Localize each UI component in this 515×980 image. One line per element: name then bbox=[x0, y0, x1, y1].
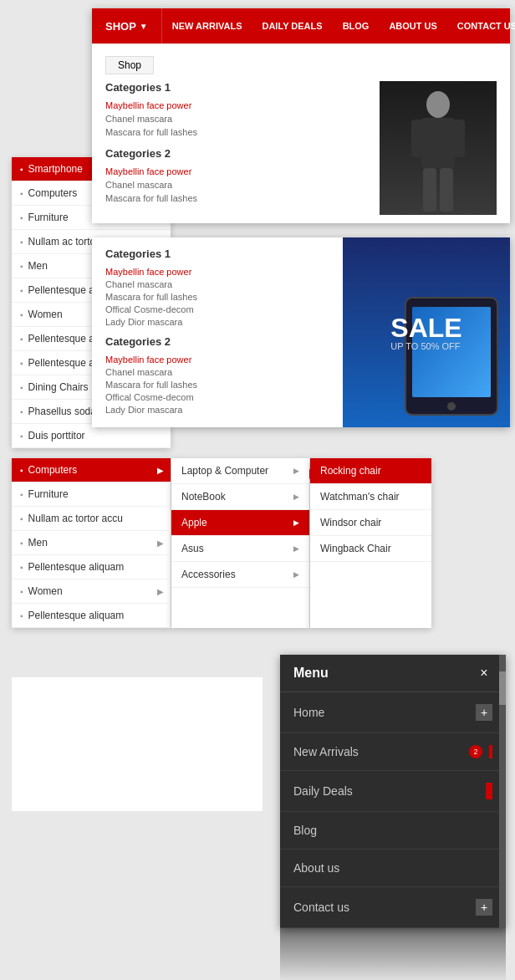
cat1b-item[interactable]: Lady Dior mascara bbox=[105, 317, 329, 327]
cat1-item[interactable]: Maybellin face power bbox=[105, 100, 380, 110]
bullet-icon: ▪ bbox=[20, 611, 23, 620]
bullet-icon: ▪ bbox=[20, 490, 23, 499]
mobile-menu-item-daily-deals[interactable]: Daily Deals bbox=[280, 771, 506, 812]
s3-sidebar-men[interactable]: ▪ Men ▶ bbox=[12, 531, 171, 555]
badge-bar bbox=[489, 745, 492, 758]
sidebar-item-duis[interactable]: ▪ Duis porttitor bbox=[12, 424, 171, 448]
svg-point-9 bbox=[447, 402, 456, 411]
arrow-right-icon: ▶ bbox=[157, 538, 164, 548]
submenu-laptop[interactable]: Laptop & Computer ▶ bbox=[171, 458, 309, 484]
cat1-item[interactable]: Mascara for full lashes bbox=[105, 127, 380, 137]
bullet-icon: ▪ bbox=[20, 538, 23, 548]
cat1b-item[interactable]: Maybellin face power bbox=[105, 267, 329, 277]
cat1-item[interactable]: Chanel mascara bbox=[105, 114, 380, 124]
sale-banner: SALE UP TO 50% OFF bbox=[343, 237, 510, 427]
bullet-icon: ▪ bbox=[20, 466, 23, 475]
svg-rect-2 bbox=[411, 120, 423, 157]
section3-main-sidebar: ▪ Computers ▶ ▪ Furniture ▪ Nullam ac to… bbox=[12, 458, 171, 628]
shop-arrow-icon: ▼ bbox=[140, 22, 148, 31]
mobile-scrollbar[interactable] bbox=[499, 655, 506, 928]
sm-arrow-icon: ▶ bbox=[293, 570, 299, 579]
s3-sidebar-pellentesque2[interactable]: ▪ Pellentesque aliquam bbox=[12, 604, 171, 628]
svg-rect-4 bbox=[423, 168, 436, 212]
submenu2-windsor[interactable]: Windsor chair bbox=[310, 510, 431, 536]
dropdown-columns: Categories 1 Maybellin face power Chanel… bbox=[92, 81, 510, 215]
bullet-icon: ▪ bbox=[20, 165, 23, 174]
cat1b-item[interactable]: Mascara for full lashes bbox=[105, 292, 329, 302]
sm-arrow-icon: ▶ bbox=[293, 493, 299, 501]
sm-arrow-icon: ▶ bbox=[293, 544, 299, 553]
submenu-accessories[interactable]: Accessories ▶ bbox=[171, 562, 309, 588]
bullet-icon: ▪ bbox=[20, 213, 23, 222]
cat2-item[interactable]: Mascara for full lashes bbox=[105, 193, 380, 203]
bullet-icon: ▪ bbox=[20, 563, 23, 572]
mobile-menu-item-about-us[interactable]: About us bbox=[280, 850, 506, 887]
section3-multilevel: ▪ Computers ▶ ▪ Furniture ▪ Nullam ac to… bbox=[12, 458, 431, 628]
bullet-icon: ▪ bbox=[20, 407, 23, 416]
section4-bg-card bbox=[12, 677, 263, 811]
cat1b-item[interactable]: Offical Cosme-decom bbox=[105, 304, 329, 314]
bullet-icon: ▪ bbox=[20, 262, 23, 271]
dropdown-extended-left: Categories 1 Maybellin face power Chanel… bbox=[92, 237, 343, 427]
bullet-icon: ▪ bbox=[20, 310, 23, 319]
mobile-menu-plus-home[interactable]: + bbox=[476, 704, 492, 721]
section3-submenu2: Rocking chair Watchman's chair Windsor c… bbox=[310, 458, 431, 628]
cat2b-item[interactable]: Chanel mascara bbox=[105, 367, 329, 377]
dropdown-model-image bbox=[380, 81, 497, 215]
submenu-asus[interactable]: Asus ▶ bbox=[171, 536, 309, 562]
nav-about-us[interactable]: ABOUT US bbox=[379, 8, 446, 43]
section3-submenu1: Laptop & Computer ▶ NoteBook ▶ Apple ▶ A… bbox=[171, 458, 309, 628]
bullet-icon: ▪ bbox=[20, 587, 23, 596]
bullet-icon: ▪ bbox=[20, 286, 23, 295]
svg-rect-1 bbox=[421, 118, 455, 168]
svg-rect-5 bbox=[440, 168, 453, 212]
nav-contact-us[interactable]: CONTACT US bbox=[447, 8, 515, 43]
sm-arrow-icon: ▶ bbox=[293, 467, 299, 475]
cat2b-item[interactable]: Offical Cosme-decom bbox=[105, 392, 329, 402]
sm-arrow-icon: ▶ bbox=[293, 518, 299, 527]
mobile-menu-item-home[interactable]: Home + bbox=[280, 692, 506, 733]
bullet-icon: ▪ bbox=[20, 334, 23, 344]
section1-nav-panel: SHOP ▼ NEW ARRIVALS DAILY DEALS BLOG ABO… bbox=[92, 8, 510, 223]
nav-daily-deals[interactable]: DAILY DEALS bbox=[252, 8, 332, 43]
svg-point-0 bbox=[426, 91, 450, 118]
dropdown-cat1: Categories 1 Maybellin face power Chanel… bbox=[105, 81, 380, 215]
mobile-menu-header: Menu × bbox=[280, 655, 506, 692]
arrow-right-icon: ▶ bbox=[157, 466, 164, 475]
mobile-menu-item-new-arrivals[interactable]: New Arrivals 2 bbox=[280, 733, 506, 771]
cat1b-item[interactable]: Chanel mascara bbox=[105, 279, 329, 289]
submenu-notebook[interactable]: NoteBook ▶ bbox=[171, 484, 309, 510]
mobile-menu-panel: Menu × Home + New Arrivals 2 Daily Deals… bbox=[280, 655, 506, 928]
submenu2-rocking[interactable]: Rocking chair bbox=[310, 458, 431, 484]
mobile-menu-plus-contact[interactable]: + bbox=[476, 899, 492, 916]
nav-bar: SHOP ▼ NEW ARRIVALS DAILY DEALS BLOG ABO… bbox=[92, 8, 510, 43]
mobile-menu-container: Menu × Home + New Arrivals 2 Daily Deals… bbox=[280, 655, 506, 928]
s3-sidebar-women[interactable]: ▪ Women ▶ bbox=[12, 579, 171, 604]
shop-button[interactable]: SHOP ▼ bbox=[92, 8, 162, 43]
submenu-apple[interactable]: Apple ▶ bbox=[171, 510, 309, 536]
bullet-icon: ▪ bbox=[20, 514, 23, 523]
svg-rect-3 bbox=[453, 120, 465, 157]
cat2b-item[interactable]: Lady Dior mascara bbox=[105, 405, 329, 415]
bullet-icon: ▪ bbox=[20, 359, 23, 368]
s3-sidebar-nullam[interactable]: ▪ Nullam ac tortor accu bbox=[12, 507, 171, 531]
cat2-item[interactable]: Chanel mascara bbox=[105, 180, 380, 190]
submenu2-wingback[interactable]: Wingback Chair bbox=[310, 536, 431, 562]
bullet-icon: ▪ bbox=[20, 383, 23, 392]
mobile-menu-item-blog[interactable]: Blog bbox=[280, 812, 506, 850]
cat2b-item[interactable]: Maybellin face power bbox=[105, 355, 329, 365]
s3-sidebar-computers[interactable]: ▪ Computers ▶ bbox=[12, 458, 171, 482]
nav-blog[interactable]: BLOG bbox=[333, 8, 380, 43]
mobile-menu-item-contact-us[interactable]: Contact us + bbox=[280, 887, 506, 928]
s3-sidebar-pellentesque1[interactable]: ▪ Pellentesque aliquam bbox=[12, 555, 171, 579]
shop-btn[interactable]: Shop bbox=[105, 56, 154, 74]
cat2b-item[interactable]: Mascara for full lashes bbox=[105, 380, 329, 390]
submenu2-watchman[interactable]: Watchman's chair bbox=[310, 484, 431, 510]
cat2-item[interactable]: Maybellin face power bbox=[105, 166, 380, 176]
section1b-extended-dropdown: Categories 1 Maybellin face power Chanel… bbox=[92, 237, 510, 427]
bullet-icon: ▪ bbox=[20, 237, 23, 247]
mobile-scroll-thumb bbox=[499, 671, 506, 705]
nav-new-arrivals[interactable]: NEW ARRIVALS bbox=[162, 8, 252, 43]
mobile-menu-close-button[interactable]: × bbox=[476, 665, 492, 681]
s3-sidebar-furniture[interactable]: ▪ Furniture bbox=[12, 482, 171, 507]
